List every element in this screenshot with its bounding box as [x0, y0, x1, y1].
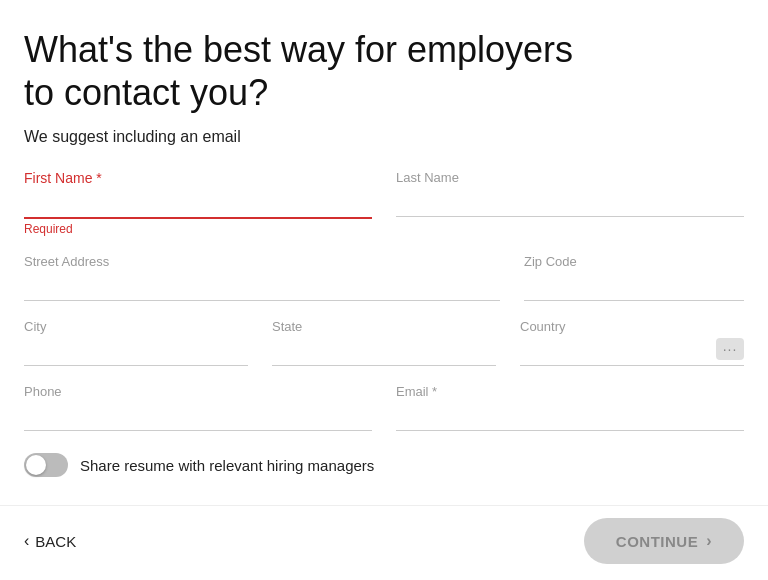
- phone-input[interactable]: [24, 403, 372, 431]
- phone-field: Phone: [24, 384, 372, 431]
- last-name-input[interactable]: [396, 189, 744, 217]
- phone-email-row: Phone Email *: [24, 384, 744, 431]
- country-field: Country ···: [520, 319, 744, 366]
- last-name-field: Last Name: [396, 170, 744, 236]
- first-name-error: Required: [24, 222, 372, 236]
- country-input[interactable]: [520, 338, 744, 366]
- zip-code-label: Zip Code: [524, 254, 744, 269]
- page-wrapper: What's the best way for employers to con…: [0, 0, 768, 505]
- first-name-input[interactable]: [24, 190, 372, 219]
- street-address-input[interactable]: [24, 273, 500, 301]
- state-input[interactable]: [272, 338, 496, 366]
- page-subtitle: We suggest including an email: [24, 128, 744, 146]
- city-label: City: [24, 319, 248, 334]
- continue-label: CONTINUE: [616, 533, 698, 550]
- dots-icon: ···: [723, 341, 738, 357]
- address-row: Street Address Zip Code: [24, 254, 744, 301]
- street-address-label: Street Address: [24, 254, 500, 269]
- city-input[interactable]: [24, 338, 248, 366]
- back-button[interactable]: ‹ BACK: [24, 532, 76, 550]
- email-label: Email *: [396, 384, 744, 399]
- share-resume-toggle[interactable]: [24, 453, 68, 477]
- continue-button[interactable]: CONTINUE ›: [584, 518, 744, 564]
- first-name-label: First Name *: [24, 170, 372, 186]
- state-label: State: [272, 319, 496, 334]
- email-field: Email *: [396, 384, 744, 431]
- first-name-field: First Name * Required: [24, 170, 372, 236]
- city-state-country-row: City State Country ···: [24, 319, 744, 366]
- footer-bar: ‹ BACK CONTINUE ›: [0, 505, 768, 580]
- back-label: BACK: [35, 533, 76, 550]
- city-field: City: [24, 319, 248, 366]
- continue-chevron-icon: ›: [706, 532, 712, 550]
- country-dots-button[interactable]: ···: [716, 338, 744, 360]
- zip-code-field: Zip Code: [524, 254, 744, 301]
- street-address-field: Street Address: [24, 254, 500, 301]
- back-chevron-icon: ‹: [24, 532, 29, 550]
- share-resume-row: Share resume with relevant hiring manage…: [24, 453, 744, 477]
- page-title: What's the best way for employers to con…: [24, 28, 744, 114]
- last-name-label: Last Name: [396, 170, 744, 185]
- name-row: First Name * Required Last Name: [24, 170, 744, 236]
- state-field: State: [272, 319, 496, 366]
- share-resume-label: Share resume with relevant hiring manage…: [80, 457, 374, 474]
- zip-code-input[interactable]: [524, 273, 744, 301]
- contact-form: First Name * Required Last Name Street A…: [24, 170, 744, 485]
- email-input[interactable]: [396, 403, 744, 431]
- phone-label: Phone: [24, 384, 372, 399]
- country-label: Country: [520, 319, 744, 334]
